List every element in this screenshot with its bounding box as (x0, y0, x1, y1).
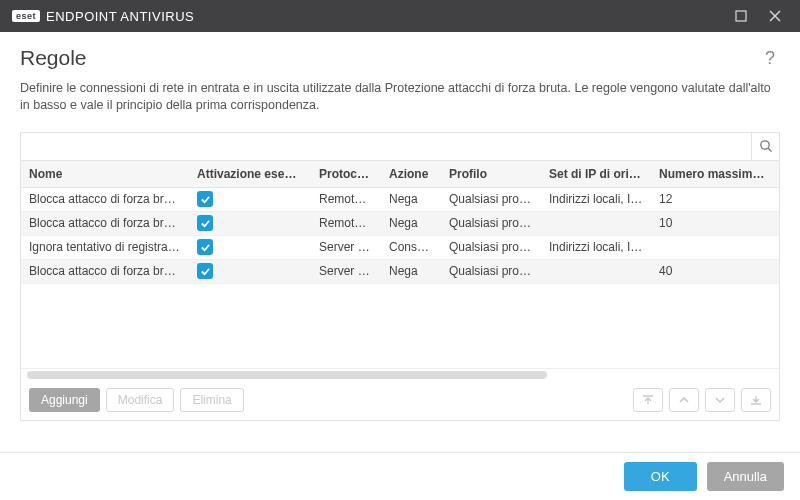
svg-point-1 (760, 141, 768, 149)
brand-product: ENDPOINT ANTIVIRUS (46, 9, 194, 24)
search-button[interactable] (751, 133, 779, 160)
cell-ip: Indirizzi locali, In... (541, 188, 651, 213)
checkbox-checked-icon[interactable] (197, 191, 213, 207)
checkbox-checked-icon[interactable] (197, 239, 213, 255)
move-top-icon (642, 394, 654, 406)
cell-ip: Indirizzi locali, In... (541, 234, 651, 260)
search-icon (759, 139, 773, 153)
brand: eset ENDPOINT ANTIVIRUS (12, 9, 194, 24)
search-input[interactable] (21, 133, 751, 160)
cell-protocollo: Remote ... (311, 188, 381, 213)
col-protocollo[interactable]: Protocollo (311, 161, 381, 187)
col-ip-origine[interactable]: Set di IP di origine (541, 161, 651, 187)
cell-nome: Blocca attacco di forza bruta... (21, 258, 189, 284)
delete-button[interactable]: Elimina (180, 388, 243, 412)
col-azione[interactable]: Azione (381, 161, 441, 187)
table-row[interactable]: Blocca attacco di forza bruta...Remote .… (21, 212, 779, 236)
help-button[interactable]: ? (760, 48, 780, 69)
cell-nome: Blocca attacco di forza bruta... (21, 188, 189, 213)
rules-toolbar: Aggiungi Modifica Elimina (21, 380, 779, 420)
maximize-icon (735, 10, 747, 22)
table-header: Nome Attivazione eseguita Protocollo Azi… (21, 161, 779, 188)
window-maximize-button[interactable] (724, 0, 758, 32)
col-max[interactable]: Numero massimo di t (651, 161, 779, 187)
cancel-button[interactable]: Annulla (707, 462, 784, 491)
checkbox-checked-icon[interactable] (197, 263, 213, 279)
move-up-button[interactable] (669, 388, 699, 412)
col-attivazione[interactable]: Attivazione eseguita (189, 161, 311, 187)
table-row[interactable]: Blocca attacco di forza bruta...Server M… (21, 260, 779, 284)
edit-button[interactable]: Modifica (106, 388, 175, 412)
move-top-button[interactable] (633, 388, 663, 412)
add-button[interactable]: Aggiungi (29, 388, 100, 412)
chevron-down-icon (714, 394, 726, 406)
svg-line-2 (768, 148, 771, 151)
cell-max: 10 (651, 210, 779, 236)
cell-ip (541, 265, 651, 277)
cell-max: 12 (651, 188, 779, 213)
move-bottom-icon (750, 394, 762, 406)
cell-max: 40 (651, 258, 779, 284)
rules-panel: Nome Attivazione eseguita Protocollo Azi… (20, 132, 780, 421)
cell-azione: Nega (381, 258, 441, 284)
cell-profilo: Qualsiasi profilo (441, 258, 541, 284)
close-icon (769, 10, 781, 22)
cell-ip (541, 217, 651, 229)
page-title: Regole (20, 46, 760, 70)
cell-azione: Nega (381, 188, 441, 213)
cell-protocollo: Server M... (311, 234, 381, 260)
cell-azione: Consenti (381, 234, 441, 260)
move-down-button[interactable] (705, 388, 735, 412)
table-row[interactable]: Blocca attacco di forza bruta...Remote .… (21, 188, 779, 212)
cell-protocollo: Server M... (311, 258, 381, 284)
cell-nome: Ignora tentativo di registrazi... (21, 234, 189, 260)
move-bottom-button[interactable] (741, 388, 771, 412)
cell-profilo: Qualsiasi profilo (441, 210, 541, 236)
page-description: Definire le connessioni di rete in entra… (20, 80, 780, 114)
table-row[interactable]: Ignora tentativo di registrazi...Server … (21, 236, 779, 260)
svg-rect-0 (736, 11, 746, 21)
table-body: Blocca attacco di forza bruta...Remote .… (21, 188, 779, 368)
cell-nome: Blocca attacco di forza bruta... (21, 210, 189, 236)
brand-logo: eset (12, 10, 40, 22)
scrollbar-thumb[interactable] (27, 371, 547, 379)
ok-button[interactable]: OK (624, 462, 697, 491)
window-close-button[interactable] (758, 0, 792, 32)
cell-protocollo: Remote ... (311, 210, 381, 236)
col-nome[interactable]: Nome (21, 161, 189, 187)
chevron-up-icon (678, 394, 690, 406)
dialog-footer: OK Annulla (0, 452, 800, 500)
checkbox-checked-icon[interactable] (197, 215, 213, 231)
cell-profilo: Qualsiasi profilo (441, 188, 541, 213)
cell-azione: Nega (381, 210, 441, 236)
horizontal-scrollbar[interactable] (21, 368, 779, 380)
col-profilo[interactable]: Profilo (441, 161, 541, 187)
cell-max (651, 241, 779, 253)
cell-profilo: Qualsiasi profilo (441, 234, 541, 260)
title-bar: eset ENDPOINT ANTIVIRUS (0, 0, 800, 32)
cell-attivazione (189, 257, 311, 286)
